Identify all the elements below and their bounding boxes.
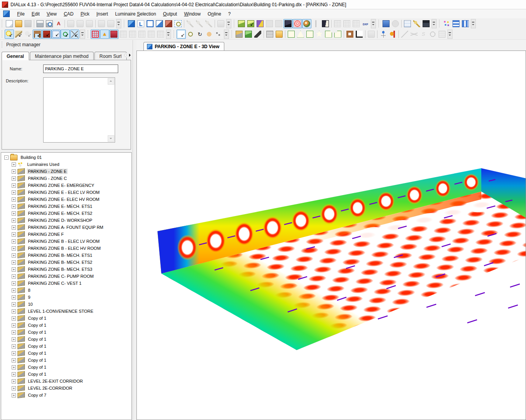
pointer-button[interactable]	[176, 30, 186, 39]
walk-mode-button[interactable]	[214, 30, 223, 39]
expand-icon[interactable]: +	[12, 386, 16, 390]
view-3d-button[interactable]	[127, 19, 136, 28]
expand-icon[interactable]: +	[12, 372, 16, 376]
tree-item[interactable]: +PARKING ZONE E- MECH. ETS2	[1, 210, 131, 217]
expand-icon[interactable]: +	[12, 267, 16, 272]
new-document-button[interactable]	[5, 19, 14, 28]
expand-icon[interactable]: +	[12, 169, 16, 174]
expand-icon[interactable]: +	[12, 344, 16, 349]
title-bar[interactable]: DIALux 4.13 - G:\Project\255600 FUV\04-I…	[0, 0, 526, 9]
tree-item[interactable]: +PARKING ZONE E - ELEC LV ROOM	[1, 189, 131, 196]
calc-surface-button[interactable]	[109, 30, 119, 39]
sel-texture-button[interactable]	[42, 30, 51, 39]
dxf-export-button[interactable]	[361, 19, 370, 28]
print-preview-button[interactable]	[45, 19, 54, 28]
tree-item[interactable]: +PARKING ZONE E- MECH. ETS1	[1, 203, 131, 210]
corner-insert-button[interactable]	[355, 30, 364, 39]
tree-item[interactable]: +Copy of 1	[1, 315, 131, 322]
sel-circle-button[interactable]	[61, 30, 70, 39]
menu-window[interactable]: Window	[180, 10, 204, 18]
globe-sphere-button[interactable]	[302, 19, 311, 28]
tree-item[interactable]: +PARKING ZONE E- ELEC HV ROOM	[1, 196, 131, 203]
output-cols-button[interactable]	[461, 19, 470, 28]
tree-item[interactable]: +PARKING ZONE B - ELEC LV ROOM	[1, 238, 131, 245]
tree-item[interactable]: +PARKING ZONE C- PUMP ROOM	[1, 273, 131, 280]
menu-cad[interactable]: CAD	[60, 10, 77, 18]
flag-dark-button[interactable]	[321, 19, 330, 28]
sel-furniture-button[interactable]	[33, 30, 42, 39]
expand-icon[interactable]: +	[12, 302, 16, 307]
scene-tree-button[interactable]	[379, 30, 388, 39]
expand-icon[interactable]: +	[12, 323, 16, 328]
expand-icon[interactable]: +	[12, 232, 16, 237]
tree-item[interactable]: +LEVEL 2E-CORRIDOR	[1, 385, 131, 392]
tree-item[interactable]: +PARKING ZONE A- FOUNT EQUIP RM	[1, 224, 131, 231]
box-gold-button[interactable]	[234, 30, 244, 39]
srf-tri-button[interactable]	[296, 30, 305, 39]
toolbar-overflow-button[interactable]	[471, 19, 476, 28]
expand-icon[interactable]: +	[12, 351, 16, 356]
tree-item[interactable]: +PARKING ZONE B- MECH. ETS3	[1, 266, 131, 273]
tree-item[interactable]: +PARKING - ZONE E	[1, 168, 131, 175]
toolbar-grip[interactable]	[124, 20, 126, 28]
tab-general[interactable]: General	[2, 52, 29, 60]
expand-icon[interactable]: +	[12, 218, 16, 223]
tree-item[interactable]: +PARKING ZONE B - ELEC HV ROOM	[1, 245, 131, 252]
expand-icon[interactable]: +	[12, 211, 16, 216]
srf-group-button[interactable]	[305, 30, 315, 39]
toolbar-overflow-button[interactable]	[224, 30, 229, 39]
toolbar-overflow-button[interactable]	[447, 30, 453, 39]
menu-pick[interactable]: Pick	[77, 10, 93, 18]
raytrace-button[interactable]	[164, 19, 173, 28]
expand-icon[interactable]: +	[12, 197, 16, 202]
toolbar-overflow-button[interactable]	[116, 19, 121, 28]
expand-icon[interactable]: +	[12, 225, 16, 230]
output-doc-button[interactable]	[403, 19, 412, 28]
window-insert-button[interactable]	[345, 30, 355, 39]
insert-surface-button[interactable]	[255, 19, 265, 28]
panel-grip[interactable]	[2, 42, 3, 48]
scroll-down-icon[interactable]	[108, 135, 114, 142]
tab-scroll-right-icon[interactable]	[128, 53, 132, 58]
building-button[interactable]	[265, 30, 274, 39]
tab-maintenance-plan-method[interactable]: Maintenance plan method	[30, 52, 94, 60]
tree-item[interactable]: +Copy of 1	[1, 336, 131, 343]
pan-hand-button[interactable]	[204, 30, 214, 39]
expand-icon[interactable]: +	[12, 176, 16, 181]
zoom-tool-button[interactable]	[186, 30, 195, 39]
expand-icon[interactable]: +	[12, 162, 16, 167]
tab-scroll-left-icon[interactable]	[122, 53, 126, 58]
expand-icon[interactable]: +	[12, 365, 16, 369]
edit-room-button[interactable]	[246, 19, 255, 28]
expand-icon[interactable]: +	[12, 274, 16, 279]
sel-luminaire-button[interactable]	[5, 30, 14, 39]
insert-room-button[interactable]	[237, 19, 246, 28]
sel-cut-button[interactable]	[70, 30, 79, 39]
expand-icon[interactable]: +	[12, 358, 16, 362]
expand-icon[interactable]: +	[12, 309, 16, 314]
tree-item[interactable]: +Copy of 1	[1, 329, 131, 336]
pdf-export-button[interactable]	[54, 19, 63, 28]
tree-item[interactable]: -Building 01	[1, 154, 131, 161]
tree-item[interactable]: +10	[1, 301, 131, 308]
tree-item[interactable]: +Copy of 1	[1, 350, 131, 357]
tree-item[interactable]: +Copy of 1	[1, 364, 131, 371]
expand-icon[interactable]: +	[12, 316, 16, 321]
expand-icon[interactable]: +	[12, 239, 16, 244]
collapse-icon[interactable]: -	[4, 155, 9, 160]
floor-slope-button[interactable]	[283, 19, 293, 28]
calculator-button[interactable]	[381, 19, 391, 28]
tree-item[interactable]: +Copy of 1	[1, 343, 131, 350]
expand-icon[interactable]: +	[12, 204, 16, 209]
expand-icon[interactable]: +	[12, 253, 16, 258]
arrow-dark-button[interactable]	[253, 30, 262, 39]
toolbar-grip[interactable]	[2, 30, 3, 38]
menu-online[interactable]: Online	[204, 10, 225, 18]
expand-icon[interactable]: +	[12, 379, 16, 383]
tree-item[interactable]: +PARKING ZONE D- WORKSHOP	[1, 217, 131, 224]
output-rows-button[interactable]	[451, 19, 461, 28]
tree-item[interactable]: +LEVEL 2E-EXIT CORRIDOR	[1, 378, 131, 385]
name-input[interactable]	[43, 64, 118, 73]
view-solid-button[interactable]	[155, 19, 164, 28]
srf-star-button[interactable]	[315, 30, 324, 39]
